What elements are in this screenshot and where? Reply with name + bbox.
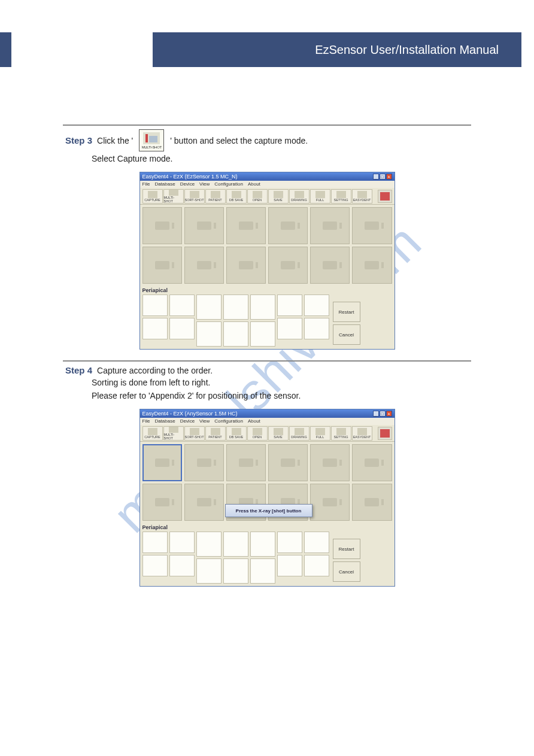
tb-open[interactable]: OPEN bbox=[247, 189, 268, 204]
capture-slot[interactable] bbox=[310, 247, 350, 284]
close-icon[interactable]: × bbox=[386, 411, 392, 417]
tb-patient[interactable]: PATIENT bbox=[205, 426, 226, 441]
menu-config[interactable]: Configuration bbox=[214, 181, 243, 187]
tooth-thumb[interactable] bbox=[250, 532, 275, 557]
tb-multishot[interactable]: MULTI-SHOT bbox=[163, 426, 184, 441]
capture-slot[interactable] bbox=[268, 444, 308, 481]
tb-full[interactable]: FULL bbox=[310, 426, 330, 441]
maximize-icon[interactable]: □ bbox=[380, 411, 386, 417]
capture-slot[interactable] bbox=[226, 444, 266, 481]
tb-multishot[interactable]: MULTI-SHOT bbox=[163, 189, 184, 204]
tooth-thumb[interactable] bbox=[142, 318, 168, 339]
menu-device[interactable]: Device bbox=[180, 418, 195, 424]
tooth-thumb[interactable] bbox=[169, 532, 195, 553]
capture-slot[interactable] bbox=[310, 207, 350, 244]
step3-text-a: Click the ' bbox=[97, 136, 133, 145]
tb-easydent[interactable]: EASYDENT bbox=[352, 189, 372, 204]
cancel-button[interactable]: Cancel bbox=[333, 324, 360, 345]
tooth-thumb[interactable] bbox=[277, 318, 302, 339]
restart-button[interactable]: Restart bbox=[333, 302, 360, 322]
tooth-thumb[interactable] bbox=[223, 558, 248, 584]
capture-slot[interactable] bbox=[226, 247, 266, 284]
tooth-thumb[interactable] bbox=[196, 321, 222, 347]
menu-about[interactable]: About bbox=[248, 418, 260, 424]
capture-slot[interactable] bbox=[268, 207, 308, 244]
tooth-thumb[interactable] bbox=[250, 558, 275, 584]
close-icon[interactable]: × bbox=[386, 174, 392, 180]
tooth-thumb[interactable] bbox=[142, 532, 168, 553]
tooth-thumb[interactable] bbox=[277, 294, 302, 316]
capture-slot[interactable] bbox=[310, 444, 350, 481]
tooth-thumb[interactable] bbox=[196, 532, 222, 557]
tooth-thumb[interactable] bbox=[304, 294, 329, 316]
tb-easydent[interactable]: EASYDENT bbox=[352, 426, 372, 441]
tb-alert-icon[interactable] bbox=[378, 190, 392, 203]
capture-slot[interactable] bbox=[184, 247, 224, 284]
tb-setting[interactable]: SETTING bbox=[331, 426, 351, 441]
tooth-thumb[interactable] bbox=[223, 294, 248, 320]
tooth-thumb[interactable] bbox=[169, 318, 195, 339]
menu-view[interactable]: View bbox=[199, 418, 210, 424]
tb-save[interactable]: SAVE bbox=[268, 426, 289, 441]
tb-setting[interactable]: SETTING bbox=[331, 189, 351, 204]
tooth-thumb[interactable] bbox=[142, 555, 168, 576]
tb-dbsave[interactable]: DB SAVE bbox=[226, 426, 247, 441]
tooth-thumb[interactable] bbox=[142, 294, 168, 316]
tb-open[interactable]: OPEN bbox=[247, 426, 268, 441]
minimize-icon[interactable]: _ bbox=[373, 174, 379, 180]
tooth-thumb[interactable] bbox=[250, 294, 275, 320]
tooth-thumb[interactable] bbox=[277, 555, 302, 576]
menu-about[interactable]: About bbox=[248, 181, 260, 187]
tb-alert-icon[interactable] bbox=[378, 427, 392, 440]
tb-capture[interactable]: CAPTURE bbox=[142, 189, 163, 204]
menu-device[interactable]: Device bbox=[180, 181, 195, 187]
tooth-thumb[interactable] bbox=[169, 555, 195, 576]
capture-slot[interactable] bbox=[184, 207, 224, 244]
capture-slot[interactable] bbox=[310, 484, 350, 521]
menu-file[interactable]: File bbox=[142, 418, 150, 424]
restart-button[interactable]: Restart bbox=[333, 539, 360, 559]
tooth-thumb[interactable] bbox=[304, 532, 329, 553]
capture-slot[interactable] bbox=[226, 207, 266, 244]
tb-capture[interactable]: CAPTURE bbox=[142, 426, 163, 441]
tb-patient[interactable]: PATIENT bbox=[205, 189, 226, 204]
menu-database[interactable]: Database bbox=[154, 418, 175, 424]
window-title: EasyDent4 - EzX (AnySensor 1.5M HC) bbox=[142, 411, 238, 417]
tooth-thumb[interactable] bbox=[196, 558, 222, 584]
tb-drawing[interactable]: DRAWING bbox=[289, 189, 310, 204]
tooth-thumb[interactable] bbox=[223, 532, 248, 557]
tb-sortshot[interactable]: SORT-SHOT bbox=[184, 189, 205, 204]
tb-dbsave[interactable]: DB SAVE bbox=[226, 189, 247, 204]
tooth-thumb[interactable] bbox=[223, 321, 248, 347]
capture-slot[interactable] bbox=[184, 484, 224, 521]
menu-database[interactable]: Database bbox=[154, 181, 175, 187]
tooth-thumb[interactable] bbox=[304, 318, 329, 339]
xray-dialog: Press the X-ray [shot] button bbox=[225, 504, 312, 517]
capture-slot[interactable] bbox=[268, 247, 308, 284]
tb-full[interactable]: FULL bbox=[310, 189, 330, 204]
tooth-thumb[interactable] bbox=[250, 321, 275, 347]
menu-file[interactable]: File bbox=[142, 181, 150, 187]
capture-slot[interactable] bbox=[142, 247, 182, 284]
tooth-thumb[interactable] bbox=[196, 294, 222, 320]
cancel-button[interactable]: Cancel bbox=[333, 561, 360, 582]
minimize-icon[interactable]: _ bbox=[373, 411, 379, 417]
capture-slot-selected[interactable] bbox=[142, 444, 182, 481]
tb-drawing[interactable]: DRAWING bbox=[289, 426, 310, 441]
menu-view[interactable]: View bbox=[199, 181, 210, 187]
tb-save[interactable]: SAVE bbox=[268, 189, 289, 204]
capture-slot[interactable] bbox=[142, 484, 182, 521]
tooth-thumb[interactable] bbox=[304, 555, 329, 576]
toolbar: CAPTURE MULTI-SHOT SORT-SHOT PATIENT DB … bbox=[140, 425, 395, 442]
capture-slot[interactable] bbox=[352, 207, 392, 244]
menu-config[interactable]: Configuration bbox=[214, 418, 243, 424]
tooth-thumb[interactable] bbox=[277, 532, 302, 553]
capture-slot[interactable] bbox=[142, 207, 182, 244]
capture-slot[interactable] bbox=[184, 444, 224, 481]
maximize-icon[interactable]: □ bbox=[380, 174, 386, 180]
capture-slot[interactable] bbox=[352, 247, 392, 284]
tb-sortshot[interactable]: SORT-SHOT bbox=[184, 426, 205, 441]
tooth-thumb[interactable] bbox=[169, 294, 195, 316]
capture-slot[interactable] bbox=[352, 484, 392, 521]
capture-slot[interactable] bbox=[352, 444, 392, 481]
